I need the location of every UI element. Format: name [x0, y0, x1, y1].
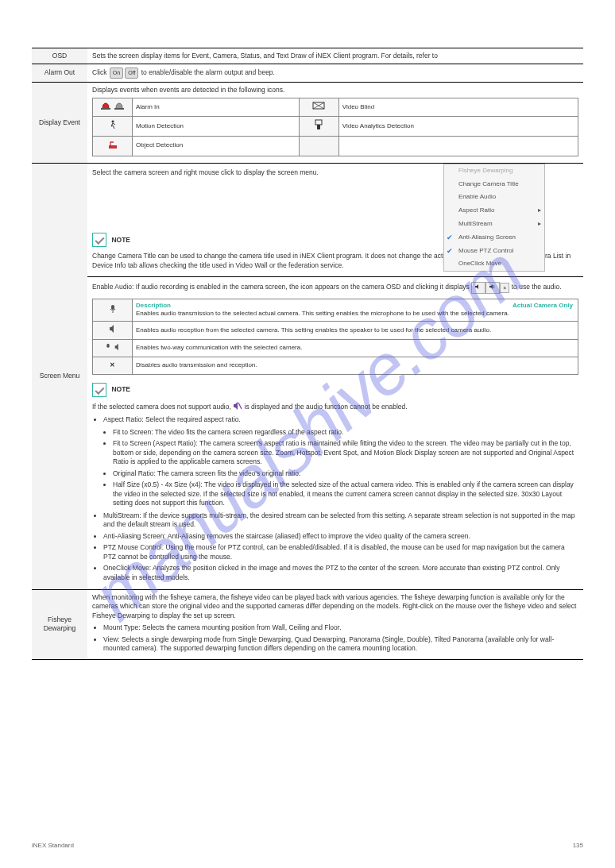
svg-point-3: [111, 121, 114, 123]
note2-body: If the selected camera does not support …: [92, 402, 578, 412]
context-menu: Fisheye Dewarping Change Camera Title En…: [443, 164, 545, 272]
note-title: NOTE: [111, 236, 130, 245]
row-body-displayevent: Displays events when events are detected…: [87, 82, 583, 163]
menu-enable-audio[interactable]: Enable Audio: [444, 191, 544, 204]
note-block-2: NOTE: [92, 383, 578, 397]
submenu-arrow-icon: ▸: [538, 206, 541, 215]
twoway-icon: [93, 340, 133, 357]
bullet-orig: Original Ratio: The camera screen fits t…: [113, 469, 578, 478]
speaker-icon: [93, 322, 133, 340]
menu-change-title[interactable]: Change Camera Title: [444, 178, 544, 191]
audio-r2: Enables audio reception from the selecte…: [133, 322, 578, 340]
row-body-alarmout: Click OnOff to enable/disable the alarm …: [87, 64, 583, 82]
svg-rect-1: [114, 108, 124, 110]
disable-audio-icon: ✕: [93, 357, 133, 375]
screenmenu-bullets: Aspect Ratio: Select the required aspect…: [103, 415, 578, 424]
menu-mouse-ptz[interactable]: ✔Mouse PTZ Control: [444, 245, 544, 258]
main-table: OSD Sets the screen display items for Ev…: [32, 48, 583, 660]
row-label-displayevent: Display Event: [32, 82, 87, 163]
svg-line-9: [238, 403, 242, 409]
motion-icon: [93, 117, 133, 137]
note-check-icon: [92, 233, 106, 247]
video-blind-icon: [299, 98, 338, 117]
note-check-icon: [92, 383, 106, 397]
bullet-mouseptz: PTZ Mouse Control: Using the mouse for P…: [103, 543, 578, 561]
audio-close-icon[interactable]: ×: [500, 283, 509, 293]
event-motion-label: Motion Detection: [133, 117, 300, 137]
audio-control-icon[interactable]: [471, 282, 485, 293]
alarm-on-button[interactable]: On: [110, 68, 123, 78]
audio-disabled-icon: [233, 402, 242, 412]
bullet-antialias: Anti-Aliasing Screen: Anti-Aliasing remo…: [103, 532, 578, 541]
alarm-red-icon: [100, 101, 111, 114]
row-body-fisheye: When monitoring with the fisheye camera,…: [87, 589, 583, 659]
mic-icon: [93, 299, 133, 322]
row-label-alarmout: Alarm Out: [32, 64, 87, 82]
svg-rect-0: [101, 108, 110, 110]
bullet-fit: Fit to Screen: The video fits the camera…: [113, 428, 578, 437]
menu-oneclick[interactable]: OneClick Move: [444, 257, 544, 271]
menu-multistream[interactable]: MultiStream▸: [444, 218, 544, 231]
object-detection-icon: [93, 136, 133, 156]
row-body-osd: Sets the screen display items for Event,…: [87, 48, 583, 64]
svg-rect-5: [317, 125, 320, 129]
footer-title: iNEX Standard: [32, 842, 74, 849]
menu-fisheye[interactable]: Fisheye Dewarping: [444, 164, 544, 178]
audio-r4: Disables audio transmission and receptio…: [133, 357, 578, 375]
submenu-arrow-icon: ▸: [538, 220, 541, 229]
enable-audio-text: Enable Audio: If audio recording is enab…: [92, 282, 578, 293]
audio-table: Description Enables audio transmission t…: [92, 299, 578, 375]
svg-rect-6: [109, 145, 117, 149]
note-title: NOTE: [111, 385, 130, 394]
alarm-in-icon-cell: [93, 98, 133, 117]
bullet-fit-ar: Fit to Screen (Aspect Ratio): The camera…: [113, 439, 578, 466]
event-video-analytics-label: Video Analytics Detection: [338, 117, 578, 137]
page-number: 135: [573, 842, 583, 849]
audio-r3: Enables two-way communication with the s…: [133, 340, 578, 357]
alarm-grey-icon: [114, 101, 125, 114]
event-object-label: Object Detection: [133, 136, 300, 156]
menu-antialiasing[interactable]: ✔Anti-Aliasing Screen: [444, 231, 544, 245]
bullet-oneclick: OneClick Move: Analyzes the position cli…: [103, 564, 578, 582]
bullet-half2: Half Size (x0.5) - 4x Size (x4): The vid…: [113, 480, 578, 507]
event-icon-table: Alarm In Video Blind Motion Detection Vi…: [92, 98, 578, 156]
row-label-osd: OSD: [32, 48, 87, 64]
svg-rect-4: [315, 120, 322, 125]
check-icon: ✔: [447, 233, 453, 242]
svg-rect-8: [106, 343, 109, 347]
svg-rect-7: [111, 305, 114, 310]
fisheye-b2: View: Selects a single dewarping mode fr…: [103, 635, 578, 654]
page-content: OSD Sets the screen display items for Ev…: [0, 0, 615, 692]
alarm-off-button[interactable]: Off: [125, 68, 138, 78]
page-footer: iNEX Standard 135: [0, 842, 615, 849]
bullet-aspect: Aspect Ratio: Select the required aspect…: [103, 415, 578, 424]
audio-speaker-icon[interactable]: [485, 282, 500, 293]
audio-desc-header: Description Enables audio transmission t…: [133, 299, 578, 322]
check-icon: ✔: [447, 246, 453, 256]
row-body-screenmenu: Select the camera screen and right mouse…: [87, 163, 583, 589]
menu-aspect-ratio[interactable]: Aspect Ratio▸: [444, 204, 544, 218]
row-label-screenmenu: Screen Menu: [32, 163, 87, 589]
row-label-fisheye: Fisheye Dewarping: [32, 589, 87, 659]
event-alarm-in-label: Alarm In: [133, 98, 300, 117]
video-analytics-icon: [299, 117, 338, 137]
actual-camera-only: Actual Camera Only: [512, 302, 573, 311]
event-video-blind-label: Video Blind: [338, 98, 578, 117]
bullet-multistream: MultiStream: If the device supports mult…: [103, 511, 578, 530]
fisheye-b1: Mount Type: Selects the camera mounting …: [103, 623, 578, 632]
osd-text: Sets the screen display items for Event,…: [92, 52, 438, 60]
